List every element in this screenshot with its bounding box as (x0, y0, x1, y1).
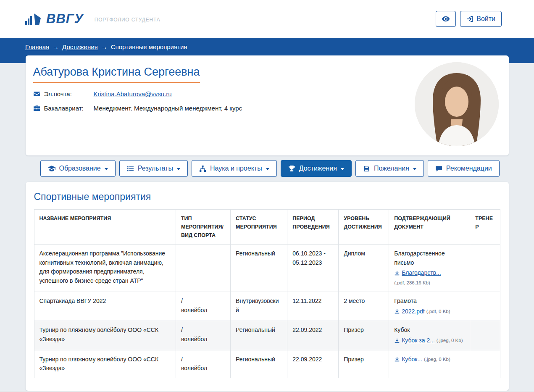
cell-event-trainer (470, 350, 500, 378)
page: ВВГУ ПОРТФОЛИО СТУДЕНТА Войти Главная → … (0, 0, 534, 392)
document-link-row: 2022.pdf (.pdf, 0 Kb) (394, 307, 465, 316)
tab-achievements[interactable]: Достижения (281, 160, 352, 177)
document-download-link[interactable]: 2022.pdf (402, 307, 425, 316)
save-icon (363, 165, 370, 172)
tab-science-projects[interactable]: Наука и проекты (192, 160, 277, 177)
chevron-down-icon (413, 168, 416, 170)
tab-label: Пожелания (374, 165, 409, 172)
visibility-button[interactable] (436, 11, 456, 27)
cell-event-document: Благодарственное письмо Благодарств... (… (389, 245, 470, 292)
tab-label: Образование (59, 165, 101, 172)
breadcrumb-link-home[interactable]: Главная (25, 43, 49, 50)
chevron-down-icon (105, 168, 108, 170)
col-header-status: СТАТУС МЕРОПРИЯТИЯ (231, 210, 287, 245)
tab-label: Результаты (138, 165, 173, 172)
cell-event-period: 22.09.2022 (287, 350, 339, 378)
cell-event-type: / волейбол (176, 321, 230, 350)
cell-event-period: 22.09.2022 (287, 321, 339, 350)
tab-recommendations[interactable]: Рекомендации (428, 160, 500, 177)
header-actions: Войти (436, 11, 502, 27)
cell-event-type (176, 245, 230, 292)
sign-in-icon (466, 16, 473, 22)
cell-event-type: / волейбол (176, 350, 230, 378)
document-title: Благодарственное письмо (394, 249, 465, 267)
cell-event-name: Акселерационная программа "Использование… (34, 245, 176, 292)
document-download-link[interactable]: Кубок... (402, 355, 422, 364)
briefcase-icon (33, 105, 40, 112)
table-row: Турнир по пляжному волейболу ООО «ССК «З… (34, 321, 500, 350)
email-label: Эл.почта: (44, 90, 89, 97)
portal-subtitle: ПОРТФОЛИО СТУДЕНТА (95, 17, 160, 23)
student-name: Абатурова Кристина Сергеевна (33, 66, 200, 83)
col-header-trainer: ТРЕНЕР (470, 210, 500, 245)
download-icon (394, 338, 400, 344)
graduation-cap-icon (48, 165, 55, 172)
tab-education[interactable]: Образование (40, 160, 116, 177)
sitemap-icon (199, 165, 206, 172)
profile-card: Абатурова Кристина Сергеевна Эл.почта: K… (26, 55, 509, 155)
comment-icon (435, 165, 442, 172)
cell-event-document: Кубок... (.jpeg, 0 Kb) (389, 350, 470, 378)
breadcrumb-link-achievements[interactable]: Достижения (62, 43, 98, 50)
cell-event-period: 12.11.2022 (287, 292, 339, 321)
cell-event-trainer (470, 292, 500, 321)
col-header-name: НАЗВАНИЕ МЕРОПРИЯТИЯ (34, 210, 176, 245)
table-row: Турнир по пляжному волейболу ООО «ССК «З… (34, 350, 500, 378)
envelope-icon (33, 90, 40, 97)
cell-event-status: Региональный (231, 350, 287, 378)
document-download-link[interactable]: Благодарств... (402, 268, 441, 278)
sport-events-table: НАЗВАНИЕ МЕРОПРИЯТИЯ ТИП МЕРОПРИЯТИЯ/ ВИ… (34, 209, 500, 378)
document-title: Грамота (394, 297, 465, 306)
vvsu-logo-icon (25, 12, 44, 26)
login-button-label: Войти (476, 15, 495, 23)
chevron-down-icon (177, 168, 180, 170)
download-icon (394, 270, 400, 276)
table-row: Акселерационная программа "Использование… (34, 245, 500, 292)
cell-event-document: Грамота 2022.pdf (.pdf, 0 Kb) (389, 292, 470, 321)
cell-event-period: 06.10.2023 - 05.12.2023 (287, 245, 339, 292)
tab-label: Наука и проекты (210, 165, 262, 172)
breadcrumb-current: Спортивные мероприятия (111, 43, 187, 50)
login-button[interactable]: Войти (460, 11, 502, 27)
tab-wishes[interactable]: Пожелания (355, 160, 424, 177)
cell-event-level: Призер (339, 350, 389, 378)
cell-event-document: Кубок Кубок за 2... (.jpeg, 0 Kb) (389, 321, 470, 350)
document-link-row: Благодарств... (.pdf, 286.16 Kb) (394, 268, 465, 287)
cell-event-level: Диплом (339, 245, 389, 292)
download-icon (394, 308, 400, 314)
col-header-type: ТИП МЕРОПРИЯТИЯ/ ВИД СПОРТА (176, 210, 230, 245)
breadcrumb-separator: → (101, 43, 108, 50)
cell-event-name: Турнир по пляжному волейболу ООО «ССК «З… (34, 350, 176, 378)
breadcrumb-separator: → (53, 43, 59, 50)
cell-event-trainer (470, 321, 500, 350)
document-meta: (.pdf, 286.16 Kb) (394, 279, 430, 287)
col-header-document: ПОДТВЕРЖДАЮЩИЙ ДОКУМЕНТ (389, 210, 470, 245)
document-download-link[interactable]: Кубок за 2... (402, 336, 435, 345)
cell-event-level: 2 место (339, 292, 389, 321)
cell-event-level: Призер (339, 321, 389, 350)
chevron-down-icon (341, 168, 344, 170)
table-row: Спартакиада ВВГУ 2022 / волейбол Внутрив… (34, 292, 500, 321)
header: ВВГУ ПОРТФОЛИО СТУДЕНТА Войти (0, 0, 534, 38)
email-link[interactable]: Kristina.Abaturova@vvsu.ru (94, 90, 172, 97)
tab-results[interactable]: Результаты (119, 160, 188, 177)
degree-value: Менеджмент. Международный менеджмент, 4 … (94, 105, 242, 112)
download-icon (394, 356, 400, 362)
table-header-row: НАЗВАНИЕ МЕРОПРИЯТИЯ ТИП МЕРОПРИЯТИЯ/ ВИ… (34, 210, 500, 245)
document-meta: (.jpeg, 0 Kb) (424, 356, 450, 363)
tasks-list-icon (127, 165, 134, 172)
eye-icon (442, 15, 450, 23)
cell-event-trainer (470, 245, 500, 292)
cell-event-status: Региональный (231, 245, 287, 292)
chevron-down-icon (266, 168, 269, 170)
document-meta: (.jpeg, 0 Kb) (437, 337, 463, 345)
cell-event-status: Внутривузовский (231, 292, 287, 321)
tab-label: Достижения (299, 165, 337, 172)
document-link-row: Кубок за 2... (.jpeg, 0 Kb) (394, 336, 465, 345)
logo-text: ВВГУ (46, 11, 84, 26)
student-photo (415, 62, 499, 146)
degree-label: Бакалавриат: (44, 105, 89, 112)
vvsu-logo[interactable]: ВВГУ (25, 11, 84, 26)
sport-events-card: Спортивные мероприятия НАЗВАНИЕ МЕРОПРИЯ… (26, 182, 509, 391)
col-header-period: ПЕРИОД ПРОВЕДЕНИЯ (287, 210, 339, 245)
